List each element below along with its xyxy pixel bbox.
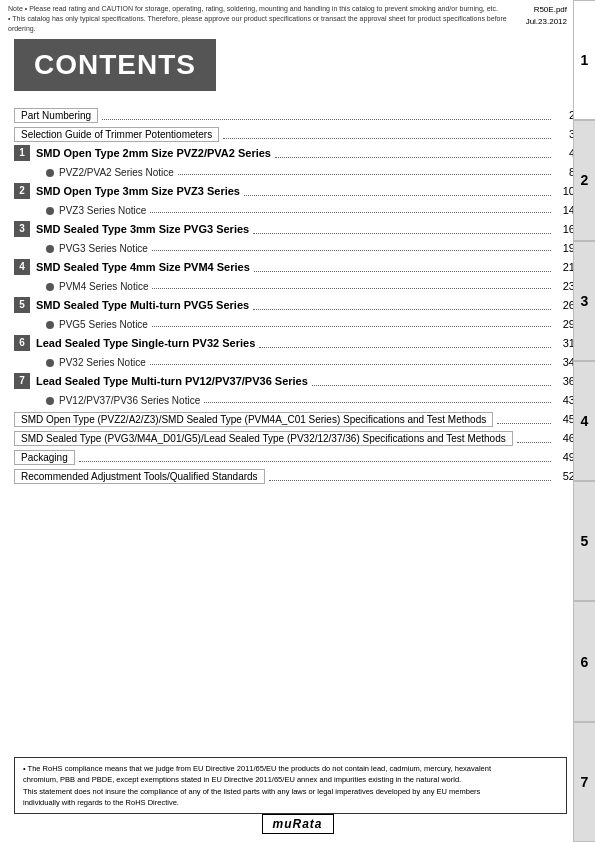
toc-dots — [178, 174, 551, 175]
toc-row-sec5-notice: PVG5 Series Notice 29 — [14, 316, 575, 332]
tab-5[interactable]: 5 — [573, 481, 595, 601]
file-info: R50E.pdf Jul.23.2012 — [526, 4, 567, 28]
toc-label: SMD Sealed Type (PVG3/M4A_D01/G5)/Lead S… — [14, 431, 575, 446]
toc-dots — [497, 423, 551, 424]
toc-box-label: Packaging — [14, 450, 75, 465]
toc-dots — [150, 212, 551, 213]
bullet-dot — [46, 283, 54, 291]
bullet-dot — [46, 245, 54, 253]
section-num: 1 — [14, 145, 30, 161]
tab-1[interactable]: 1 — [573, 0, 595, 120]
bullet-dot — [46, 359, 54, 367]
toc-dots — [259, 347, 551, 348]
toc-row-sec4: 4SMD Sealed Type 4mm Size PVM4 Series 21 — [14, 259, 575, 275]
bullet-dot — [46, 169, 54, 177]
sub-label: PVG3 Series Notice — [14, 243, 148, 254]
toc-label: 2SMD Open Type 3mm Size PVZ3 Series 10 — [14, 183, 575, 199]
section-num: 2 — [14, 183, 30, 199]
toc-page: 23 — [555, 280, 575, 292]
toc-dots — [244, 195, 551, 196]
section-num: 4 — [14, 259, 30, 275]
toc-dots — [517, 442, 551, 443]
main-content: CONTENTS Part Numbering 2 Selection Guid… — [0, 39, 595, 484]
toc-row-tools: Recommended Adjustment Tools/Qualified S… — [14, 468, 575, 484]
tab-2[interactable]: 2 — [573, 120, 595, 240]
toc-label: PVG5 Series Notice 29 — [14, 318, 575, 330]
toc-page: 45 — [555, 413, 575, 425]
toc-dots — [152, 288, 551, 289]
section-title: Lead Sealed Type Multi-turn PV12/PV37/PV… — [36, 375, 308, 387]
toc-page: 31 — [555, 337, 575, 349]
toc-box-label: Recommended Adjustment Tools/Qualified S… — [14, 469, 265, 484]
toc-container: Part Numbering 2 Selection Guide of Trim… — [14, 107, 575, 484]
right-tabs: 1 2 3 4 5 6 7 — [573, 0, 595, 842]
note-line1: Note • Please read rating and CAUTION fo… — [8, 4, 535, 14]
toc-page: 19 — [555, 242, 575, 254]
toc-label: PVZ3 Series Notice 14 — [14, 204, 575, 216]
sub-label: PVZ2/PVA2 Series Notice — [14, 167, 174, 178]
bullet-dot — [46, 207, 54, 215]
toc-page: 21 — [555, 261, 575, 273]
toc-dots — [269, 480, 551, 481]
toc-row-part-numbering: Part Numbering 2 — [14, 107, 575, 123]
toc-box-label: Part Numbering — [14, 108, 98, 123]
contents-heading: CONTENTS — [14, 39, 216, 91]
toc-row-sec7-notice: PV12/PV37/PV36 Series Notice 43 — [14, 392, 575, 408]
toc-dots — [275, 157, 551, 158]
toc-label: PVM4 Series Notice 23 — [14, 280, 575, 292]
section-num: 5 — [14, 297, 30, 313]
toc-page: 10 — [555, 185, 575, 197]
toc-label: 1SMD Open Type 2mm Size PVZ2/PVA2 Series… — [14, 145, 575, 161]
toc-label: 4SMD Sealed Type 4mm Size PVM4 Series 21 — [14, 259, 575, 275]
toc-row-sec1-notice: PVZ2/PVA2 Series Notice 8 — [14, 164, 575, 180]
toc-row-sec3: 3SMD Sealed Type 3mm Size PVG3 Series 16 — [14, 221, 575, 237]
tab-4[interactable]: 4 — [573, 361, 595, 481]
toc-page: 46 — [555, 432, 575, 444]
filename: R50E.pdf — [526, 4, 567, 16]
section-title: SMD Sealed Type 4mm Size PVM4 Series — [36, 261, 250, 273]
toc-label: PVG3 Series Notice 19 — [14, 242, 575, 254]
toc-label: 3SMD Sealed Type 3mm Size PVG3 Series 16 — [14, 221, 575, 237]
toc-dots — [79, 461, 551, 462]
toc-row-packaging: Packaging 49 — [14, 449, 575, 465]
toc-page: 29 — [555, 318, 575, 330]
toc-dots — [253, 309, 551, 310]
toc-label: PV32 Series Notice 34 — [14, 356, 575, 368]
bullet-dot — [46, 321, 54, 329]
footer-line2: chromium, PBB and PBDE, except exemption… — [23, 774, 558, 785]
toc-label: Packaging 49 — [14, 450, 575, 465]
footer-line1: • The RoHS compliance means that we judg… — [23, 763, 558, 774]
tab-6[interactable]: 6 — [573, 601, 595, 721]
toc-label: 6Lead Sealed Type Single-turn PV32 Serie… — [14, 335, 575, 351]
toc-page: 8 — [555, 166, 575, 178]
footer-note: • The RoHS compliance means that we judg… — [14, 757, 567, 814]
toc-row-sec3-notice: PVG3 Series Notice 19 — [14, 240, 575, 256]
toc-dots — [223, 138, 551, 139]
toc-row-spec1: SMD Open Type (PVZ2/A2/Z3)/SMD Sealed Ty… — [14, 411, 575, 427]
toc-dots — [254, 271, 551, 272]
toc-dots — [204, 402, 551, 403]
toc-label: Selection Guide of Trimmer Potentiometer… — [14, 127, 575, 142]
toc-label: Recommended Adjustment Tools/Qualified S… — [14, 469, 575, 484]
toc-page: 16 — [555, 223, 575, 235]
toc-label: 7Lead Sealed Type Multi-turn PV12/PV37/P… — [14, 373, 575, 389]
toc-row-spec2: SMD Sealed Type (PVG3/M4A_D01/G5)/Lead S… — [14, 430, 575, 446]
section-title: SMD Sealed Type Multi-turn PVG5 Series — [36, 299, 249, 311]
footer-line4: individually with regards to the RoHS Di… — [23, 797, 558, 808]
section-title: SMD Open Type 3mm Size PVZ3 Series — [36, 185, 240, 197]
toc-page: 4 — [555, 147, 575, 159]
toc-page: 43 — [555, 394, 575, 406]
toc-row-sec5: 5SMD Sealed Type Multi-turn PVG5 Series … — [14, 297, 575, 313]
toc-page: 36 — [555, 375, 575, 387]
murata-logo: muRata — [261, 814, 333, 834]
tab-7[interactable]: 7 — [573, 722, 595, 842]
toc-page: 34 — [555, 356, 575, 368]
tab-3[interactable]: 3 — [573, 241, 595, 361]
toc-dots — [253, 233, 551, 234]
toc-label: SMD Open Type (PVZ2/A2/Z3)/SMD Sealed Ty… — [14, 412, 575, 427]
toc-row-sec7: 7Lead Sealed Type Multi-turn PV12/PV37/P… — [14, 373, 575, 389]
toc-label: 5SMD Sealed Type Multi-turn PVG5 Series … — [14, 297, 575, 313]
section-num: 3 — [14, 221, 30, 237]
toc-label: PVZ2/PVA2 Series Notice 8 — [14, 166, 575, 178]
toc-page: 14 — [555, 204, 575, 216]
